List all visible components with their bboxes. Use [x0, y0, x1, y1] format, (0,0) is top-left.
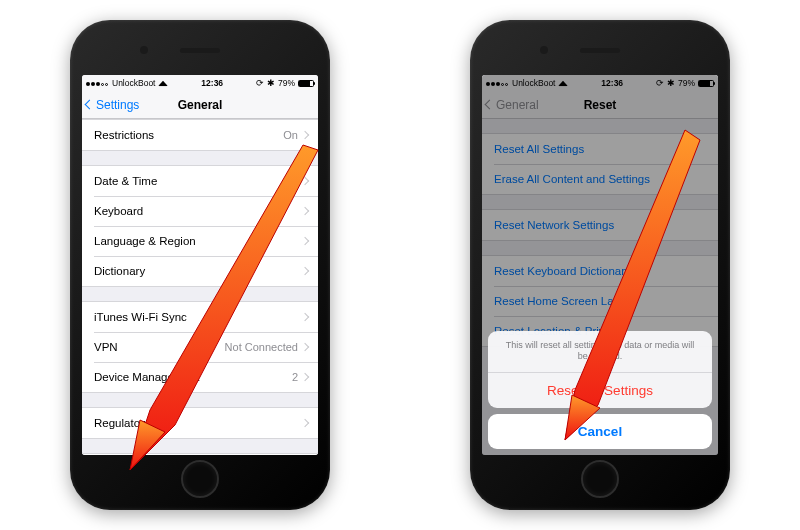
row-dictionary[interactable]: Dictionary	[82, 256, 318, 286]
settings-list[interactable]: Restrictions On Date & Time Keyboard Lan…	[82, 119, 318, 455]
screen-general: UnlockBoot 12:36 ⟳ ✱ 79% Settings Genera…	[82, 75, 318, 455]
battery-pct: 79%	[278, 78, 295, 88]
chevron-right-icon	[301, 177, 309, 185]
action-sheet: This will reset all settings. No data or…	[488, 331, 712, 449]
action-sheet-reset-button[interactable]: Reset All Settings	[488, 373, 712, 408]
row-restrictions[interactable]: Restrictions On	[82, 120, 318, 150]
battery-icon	[298, 80, 314, 87]
chevron-right-icon	[301, 313, 309, 321]
chevron-right-icon	[301, 343, 309, 351]
chevron-right-icon	[301, 373, 309, 381]
chevron-right-icon	[301, 207, 309, 215]
nav-bar: Settings General	[82, 91, 318, 119]
chevron-left-icon	[85, 100, 95, 110]
row-language-region[interactable]: Language & Region	[82, 226, 318, 256]
status-bar: UnlockBoot 12:36 ⟳ ✱ 79%	[82, 75, 318, 91]
screen-reset: UnlockBoot 12:36 ⟳ ✱ 79% General Reset	[482, 75, 718, 455]
action-sheet-cancel-button[interactable]: Cancel	[488, 414, 712, 449]
chevron-right-icon	[301, 419, 309, 427]
wifi-icon	[158, 80, 168, 86]
chevron-right-icon	[301, 267, 309, 275]
chevron-right-icon	[301, 131, 309, 139]
bluetooth-icon: ✱	[267, 78, 275, 88]
home-button[interactable]	[181, 460, 219, 498]
signal-dots-icon	[86, 78, 109, 88]
phone-left: UnlockBoot 12:36 ⟳ ✱ 79% Settings Genera…	[70, 20, 330, 510]
back-button[interactable]: Settings	[86, 98, 139, 112]
phone-right: UnlockBoot 12:36 ⟳ ✱ 79% General Reset	[470, 20, 730, 510]
chevron-right-icon	[301, 237, 309, 245]
row-keyboard[interactable]: Keyboard	[82, 196, 318, 226]
row-vpn[interactable]: VPNNot Connected	[82, 332, 318, 362]
carrier-label: UnlockBoot	[112, 78, 155, 88]
home-button[interactable]	[581, 460, 619, 498]
back-label: Settings	[96, 98, 139, 112]
orientation-lock-icon: ⟳	[256, 78, 264, 88]
clock-label: 12:36	[168, 78, 256, 88]
row-itunes-wifi-sync[interactable]: iTunes Wi-Fi Sync	[82, 302, 318, 332]
row-regulatory[interactable]: Regulatory	[82, 408, 318, 438]
row-device-management[interactable]: Device Management2	[82, 362, 318, 392]
row-reset[interactable]: Reset	[82, 454, 318, 455]
row-date-time[interactable]: Date & Time	[82, 166, 318, 196]
action-sheet-message: This will reset all settings. No data or…	[488, 331, 712, 373]
